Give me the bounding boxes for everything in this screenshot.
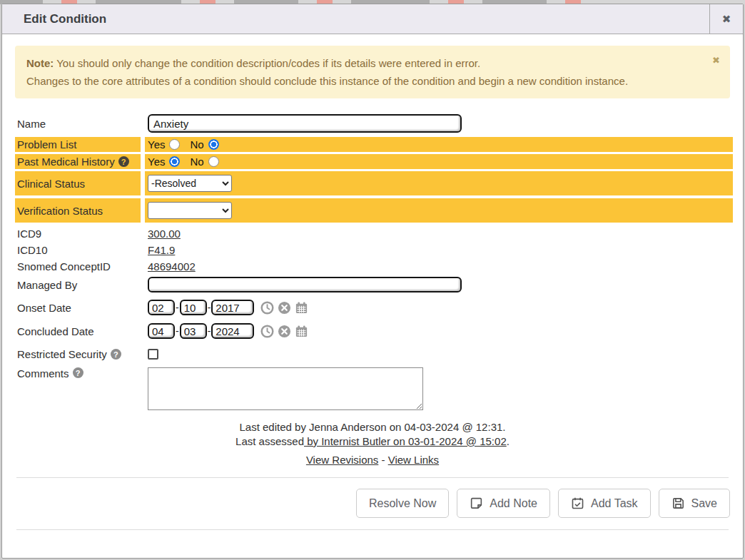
concluded-date-label: Concluded Date [15, 322, 141, 340]
last-assessed-link[interactable]: by Internist Butler on 03-01-2024 @ 15:0… [304, 435, 507, 447]
bottom-divider [16, 529, 729, 530]
onset-year-input[interactable] [211, 300, 254, 315]
clear-date-icon[interactable] [278, 301, 291, 315]
help-icon[interactable]: ? [73, 367, 83, 378]
last-assessed-suffix: . [507, 435, 510, 447]
close-icon: ✖ [722, 13, 731, 26]
restricted-security-row: Restricted Security ? [15, 347, 733, 362]
dialog-title: Edit Condition [2, 12, 709, 26]
resolve-now-label: Resolve Now [369, 497, 436, 510]
verification-status-label: Verification Status [15, 198, 141, 223]
note-text-1: You should only change the condition des… [54, 57, 480, 69]
date-separator: - [208, 302, 211, 313]
save-button[interactable]: Save [659, 489, 730, 518]
onset-date-label: Onset Date [15, 298, 141, 317]
problem-list-no-radio[interactable] [208, 139, 219, 150]
add-task-button[interactable]: Add Task [558, 489, 651, 518]
view-links-link[interactable]: View Links [388, 454, 439, 466]
problem-list-radio-group: Yes No [148, 138, 229, 151]
save-icon [671, 497, 685, 510]
clinical-status-select[interactable]: -Resolved [148, 175, 232, 192]
concluded-month-input[interactable] [148, 323, 175, 339]
audit-links: View Revisions - View Links [15, 453, 730, 467]
name-row: Name [15, 113, 733, 134]
audit-info: Last edited by Jenna Anderson on 04-03-2… [15, 420, 730, 467]
calendar-icon[interactable] [295, 325, 308, 338]
date-separator: - [208, 325, 211, 337]
last-edited-text: Last edited by Jenna Anderson on 04-03-2… [15, 420, 730, 434]
dialog-header: Edit Condition ✖ [2, 4, 743, 34]
date-separator: - [176, 302, 179, 313]
concluded-day-input[interactable] [180, 323, 207, 339]
help-icon[interactable]: ? [118, 156, 129, 167]
managed-by-row: Managed By [15, 275, 733, 294]
verification-status-row: Verification Status [15, 198, 733, 223]
clock-icon[interactable] [260, 301, 274, 315]
clinical-status-row: Clinical Status -Resolved [15, 171, 733, 195]
pmh-no-label: No [190, 156, 203, 168]
help-icon[interactable]: ? [111, 349, 121, 360]
warning-note-banner: Note: You should only change the conditi… [15, 46, 730, 98]
problem-list-yes-radio[interactable] [169, 139, 180, 150]
comments-label: Comments [17, 367, 69, 380]
icd9-label: ICD9 [15, 226, 141, 241]
restricted-security-label: Restricted Security [17, 348, 107, 360]
note-prefix: Note: [26, 57, 54, 69]
restricted-security-checkbox[interactable] [148, 349, 158, 360]
dialog-close-button[interactable]: ✖ [709, 4, 743, 34]
snomed-label: Snomed ConceptID [15, 259, 141, 274]
last-assessed-line: Last assessed by Internist Butler on 03-… [15, 434, 730, 449]
onset-date-row: Onset Date - - [15, 298, 733, 317]
onset-month-input[interactable] [148, 300, 175, 315]
problem-list-row: Problem List Yes No [15, 137, 733, 152]
last-assessed-prefix: Last assessed [235, 435, 304, 447]
action-buttons: Resolve Now Add Note Add Task Save [15, 478, 730, 526]
icd9-code-link[interactable]: 300.00 [148, 228, 181, 240]
add-note-button[interactable]: Add Note [457, 489, 550, 518]
icd9-row: ICD9 300.00 [15, 226, 733, 241]
managed-by-label: Managed By [15, 275, 141, 294]
clock-icon[interactable] [260, 325, 274, 338]
name-input[interactable] [148, 114, 462, 133]
clear-date-icon[interactable] [278, 325, 291, 338]
past-medical-history-radio-group: Yes No [148, 156, 229, 168]
links-separator: - [378, 454, 387, 466]
dialog-body: Note: You should only change the conditi… [2, 34, 743, 558]
add-note-label: Add Note [490, 497, 537, 510]
note-line-1: Note: You should only change the conditi… [26, 54, 701, 72]
problem-list-yes-label: Yes [148, 138, 165, 151]
pmh-yes-radio[interactable] [169, 156, 180, 167]
note-dismiss-icon[interactable]: ✖ [712, 51, 720, 69]
clinical-status-label: Clinical Status [15, 171, 141, 195]
add-task-label: Add Task [591, 497, 638, 510]
edit-condition-dialog: Edit Condition ✖ Note: You should only c… [1, 4, 744, 559]
verification-status-select[interactable] [148, 202, 232, 219]
icd10-row: ICD10 F41.9 [15, 243, 733, 258]
resolve-now-button[interactable]: Resolve Now [356, 489, 449, 518]
icd10-code-link[interactable]: F41.9 [148, 244, 175, 256]
date-separator: - [176, 325, 179, 337]
icd10-label: ICD10 [15, 243, 141, 258]
managed-by-input[interactable] [148, 277, 462, 292]
calendar-icon[interactable] [295, 301, 308, 315]
pmh-no-radio[interactable] [208, 156, 219, 167]
snomed-row: Snomed ConceptID 48694002 [15, 259, 733, 274]
name-label: Name [15, 113, 141, 134]
concluded-year-input[interactable] [211, 323, 254, 339]
past-medical-history-label: Past Medical History [17, 156, 115, 168]
view-revisions-link[interactable]: View Revisions [306, 454, 378, 466]
save-label: Save [691, 497, 717, 510]
task-calendar-icon [571, 497, 584, 510]
pmh-yes-label: Yes [148, 156, 165, 168]
problem-list-label: Problem List [15, 137, 141, 152]
concluded-date-row: Concluded Date - - [15, 322, 733, 340]
condition-form: Name Problem List Yes No [15, 113, 733, 412]
past-medical-history-row: Past Medical History ? Yes No [15, 154, 733, 169]
note-line-2: Changes to the core attributes of a cond… [26, 72, 701, 90]
comments-textarea[interactable] [148, 367, 423, 410]
snomed-code-link[interactable]: 48694002 [148, 260, 196, 273]
onset-day-input[interactable] [180, 300, 207, 315]
note-icon [470, 497, 483, 510]
problem-list-no-label: No [190, 138, 203, 151]
comments-row: Comments ? [15, 366, 733, 412]
